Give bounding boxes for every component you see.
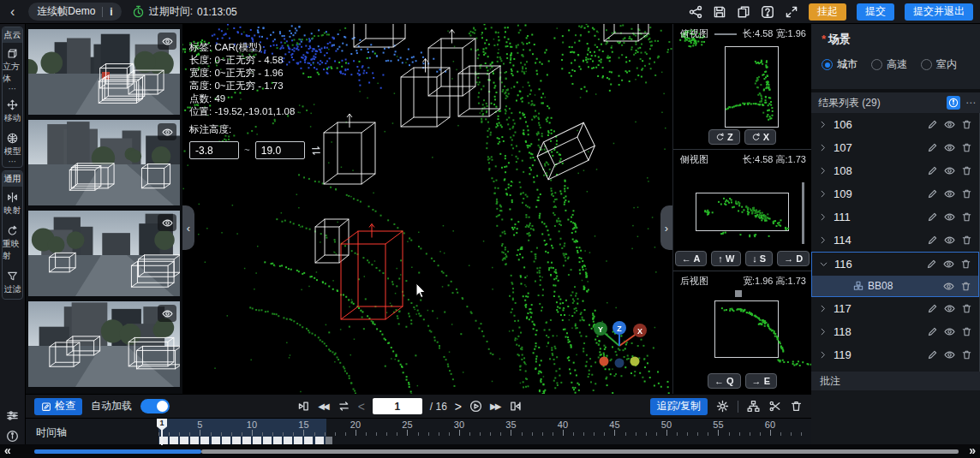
fullscreen-icon[interactable] (785, 5, 798, 19)
nudge-right-d-button[interactable]: → D (777, 251, 810, 266)
frame-cell[interactable] (253, 437, 261, 444)
copy-icon[interactable] (737, 5, 750, 19)
edit-item-icon[interactable] (927, 165, 938, 176)
result-item[interactable]: 106 (811, 113, 979, 136)
camera-thumbnail-4[interactable] (28, 301, 180, 387)
collapse-right-handle[interactable]: › (660, 205, 672, 250)
rotate-e-button[interactable]: → E (745, 373, 777, 389)
timeline-ruler[interactable]: 1 51015202530354045505560 (158, 419, 805, 445)
height-max-input[interactable] (255, 141, 305, 159)
suspend-button[interactable]: 挂起 (809, 3, 846, 21)
drag-handle-square[interactable] (735, 290, 742, 297)
axis-neg-z-dot[interactable] (615, 359, 624, 368)
trash-icon[interactable] (790, 400, 803, 413)
submit-exit-button[interactable]: 提交并退出 (905, 3, 973, 21)
tool-remapping[interactable]: 重映射 (3, 220, 22, 265)
prev-frame-button[interactable]: < (358, 400, 365, 413)
camera-thumbnail-2[interactable] (28, 120, 180, 205)
edit-item-icon[interactable] (927, 211, 938, 223)
delete-item-icon[interactable] (961, 142, 972, 153)
show-item-icon[interactable] (944, 119, 955, 130)
frame-number-input[interactable] (373, 398, 422, 414)
result-item[interactable]: 109 (811, 182, 979, 205)
frame-cell[interactable] (242, 437, 251, 444)
show-item-icon[interactable] (944, 235, 955, 246)
show-item-icon[interactable] (944, 303, 955, 314)
delete-item-icon[interactable] (961, 119, 972, 130)
rotate-x-button[interactable]: X (744, 129, 776, 145)
chevron-right-icon[interactable] (818, 120, 828, 129)
zoom-slider[interactable] (714, 33, 737, 35)
result-item[interactable]: 119 (811, 343, 979, 366)
show-item-icon[interactable] (944, 165, 955, 176)
toggle-visibility-button[interactable] (158, 214, 176, 231)
results-more-button[interactable]: ⋯ (965, 97, 977, 109)
result-item-selected[interactable]: 116 (812, 253, 978, 276)
sliders-icon[interactable] (6, 409, 19, 422)
first-keyframe-button[interactable] (297, 400, 310, 413)
tool-model[interactable]: 模型 ⋯ (3, 128, 22, 167)
chevron-right-icon[interactable] (818, 327, 828, 336)
side-view-scrollbar[interactable] (802, 182, 804, 244)
play-button[interactable] (469, 400, 482, 413)
result-item[interactable]: 117 (811, 297, 979, 320)
edit-item-icon[interactable] (927, 349, 938, 360)
frame-cell[interactable] (222, 437, 230, 444)
show-item-icon[interactable] (944, 326, 955, 337)
result-item[interactable]: 108 (811, 159, 979, 182)
frame-cell[interactable] (294, 437, 302, 444)
frame-cell[interactable] (304, 437, 313, 444)
chevron-right-icon[interactable] (818, 189, 828, 199)
share-icon[interactable] (689, 5, 702, 19)
scrollbar-track[interactable] (201, 449, 959, 454)
frame-cell[interactable] (273, 437, 282, 444)
tool-filter[interactable]: 过滤 (3, 265, 22, 299)
height-min-input[interactable] (189, 141, 239, 159)
frame-cell[interactable] (170, 437, 178, 444)
chevron-down-icon[interactable] (819, 259, 828, 269)
scissors-icon[interactable] (768, 400, 781, 413)
edit-item-icon[interactable] (927, 303, 938, 314)
chevron-right-icon[interactable] (818, 143, 828, 152)
edit-item-icon[interactable] (927, 142, 938, 153)
result-child-box[interactable]: BB08 (812, 276, 978, 296)
rotate-q-button[interactable]: ← Q (708, 373, 741, 389)
show-item-icon[interactable] (943, 281, 954, 292)
result-item-partial[interactable]: 120 (811, 366, 979, 372)
delete-item-icon[interactable] (961, 326, 972, 337)
chevron-right-icon[interactable] (818, 350, 828, 360)
show-item-icon[interactable] (944, 188, 955, 199)
autoload-toggle[interactable] (140, 399, 170, 413)
submit-button[interactable]: 提交 (857, 3, 894, 21)
result-item[interactable]: 114 (811, 229, 979, 252)
result-item[interactable]: 107 (811, 136, 979, 159)
loop-button[interactable] (338, 400, 350, 413)
chevron-right-icon[interactable] (818, 212, 828, 222)
axis-neg-x-dot[interactable] (600, 357, 609, 366)
tool-cuboid[interactable]: 立方体 ⋯ (3, 43, 22, 94)
result-item[interactable]: 111 (811, 205, 979, 229)
result-item[interactable]: 118 (811, 320, 979, 343)
edit-item-icon[interactable] (927, 326, 938, 337)
frame-cell[interactable] (315, 437, 324, 444)
frame-cell[interactable] (212, 437, 220, 444)
scene-option-highway[interactable]: 高速 (871, 57, 907, 72)
delete-item-icon[interactable] (960, 259, 971, 270)
task-info-icon[interactable]: i (110, 6, 112, 18)
edit-item-icon[interactable] (926, 259, 937, 270)
rotate-z-button[interactable]: Z (708, 129, 740, 145)
frame-cell[interactable] (200, 437, 209, 444)
nudge-left-a-button[interactable]: ← A (675, 251, 708, 266)
check-button[interactable]: 检查 (34, 398, 82, 415)
scrollbar-thumb[interactable] (34, 449, 201, 454)
delete-item-icon[interactable] (961, 211, 972, 223)
more-icon[interactable]: ⋯ (9, 86, 17, 91)
toggle-visibility-button[interactable] (158, 33, 176, 50)
pointcloud-viewer[interactable]: 标签: CAR(模型) 长度: 0~正无穷 - 4.58 宽度: 0~正无穷 -… (182, 24, 672, 394)
delete-item-icon[interactable] (961, 349, 972, 360)
show-item-icon[interactable] (944, 142, 955, 153)
save-icon[interactable] (713, 5, 726, 19)
tool-move[interactable]: 移动 (3, 94, 22, 128)
show-item-icon[interactable] (944, 211, 955, 223)
frame-cell[interactable] (284, 437, 292, 444)
